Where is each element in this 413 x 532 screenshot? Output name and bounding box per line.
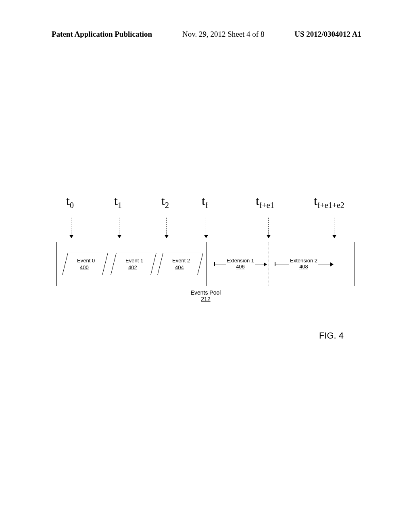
page-header: Patent Application Publication Nov. 29, …: [0, 30, 413, 39]
arrow-t2: [166, 218, 167, 238]
time-labels-row: t0 t1 t2 tf tf+e1 tf+e1+e2: [56, 193, 355, 218]
event-1-box: Event 1 402: [111, 253, 156, 275]
header-left: Patent Application Publication: [52, 30, 152, 39]
events-pool-label: Events Pool212: [56, 289, 355, 302]
extension-2-label: Extension 2408: [289, 258, 318, 270]
event-2-num: 404: [160, 264, 199, 270]
label-tfe1e2: tf+e1+e2: [314, 193, 344, 210]
event-0-num: 400: [65, 264, 104, 270]
header-right: US 2012/0304012 A1: [294, 30, 361, 39]
figure-4: t0 t1 t2 tf tf+e1 tf+e1+e2 Event 0 400 E…: [56, 193, 355, 302]
event-1-label: Event 1: [115, 258, 154, 264]
time-arrows-row: [56, 218, 355, 242]
figure-label: FIG. 4: [319, 330, 344, 341]
event-0-label: Event 0: [66, 258, 106, 264]
label-t0: t0: [66, 193, 74, 210]
header-center: Nov. 29, 2012 Sheet 4 of 8: [182, 30, 265, 39]
event-2-label: Event 2: [161, 258, 201, 264]
extension-1-label: Extension 1406: [226, 258, 255, 270]
event-0-box: Event 0 400: [62, 253, 108, 275]
arrow-tf: [206, 218, 206, 238]
label-tfe1: tf+e1: [256, 193, 274, 210]
arrow-tfe1e2: [334, 218, 334, 238]
separator-tfe1: [269, 242, 269, 286]
arrow-t0: [71, 218, 71, 238]
separator-tf: [206, 242, 206, 286]
event-1-num: 402: [113, 264, 152, 270]
arrow-t1: [119, 218, 119, 238]
events-timeline: Event 0 400 Event 1 402 Event 2 404 Exte…: [56, 242, 355, 286]
label-t2: t2: [161, 193, 169, 210]
label-t1: t1: [114, 193, 122, 210]
arrow-tfe1: [268, 218, 269, 238]
label-tf: tf: [202, 193, 208, 210]
event-2-box: Event 2 404: [157, 253, 203, 275]
